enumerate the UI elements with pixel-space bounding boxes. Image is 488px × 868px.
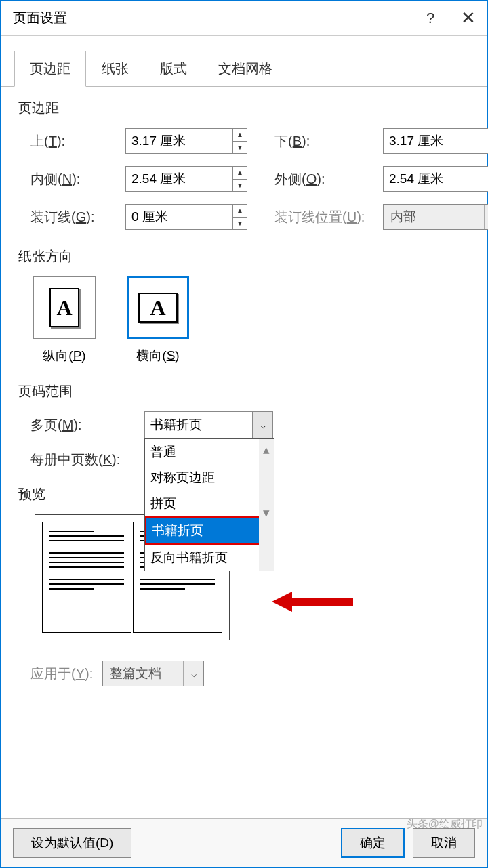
bottom-label: 下(B): (274, 132, 383, 150)
orientation-landscape[interactable]: A 横向(S) (127, 276, 189, 365)
gutterpos-value: 内部 (384, 208, 484, 226)
help-button[interactable]: ? (411, 9, 449, 27)
tab-grid[interactable]: 文档网格 (203, 51, 288, 87)
gutterpos-label: 装订线位置(U): (274, 208, 383, 226)
gutter-label: 装订线(G): (30, 208, 125, 226)
outside-label: 外侧(O): (274, 170, 383, 188)
orientation-portrait[interactable]: A 纵向(P) (33, 276, 96, 365)
multipage-label: 多页(M): (30, 416, 144, 434)
annotation-arrow-icon (272, 588, 353, 618)
bottom-spinner[interactable]: ▲▼ (383, 128, 488, 154)
landscape-label: 横向(S) (136, 347, 179, 365)
option-twoup[interactable]: 拼页 (145, 491, 274, 516)
top-label: 上(T): (30, 132, 125, 150)
applyto-select[interactable]: 整篇文档 ⌵ (102, 661, 204, 686)
multipage-combo[interactable]: 书籍折页 ⌵ 普通 对称页边距 拼页 书籍折页 反向书籍折页 ▴▾ (144, 411, 273, 438)
option-reverse-bookfold[interactable]: 反向书籍折页 (145, 545, 274, 571)
titlebar: 页面设置 ? ✕ (1, 1, 487, 36)
cancel-button[interactable]: 取消 (413, 828, 475, 858)
top-input[interactable] (126, 129, 232, 153)
page-setup-dialog: 页面设置 ? ✕ 页边距 纸张 版式 文档网格 页边距 上(T): ▲▼ 下(B… (0, 0, 488, 868)
svg-marker-0 (272, 592, 353, 612)
inside-label: 内侧(N): (30, 170, 125, 188)
tab-bar: 页边距 纸张 版式 文档网格 (1, 36, 487, 87)
gutter-spinner[interactable]: ▲▼ (125, 204, 247, 230)
button-bar: 设为默认值(D) 确定 取消 (1, 818, 487, 867)
tab-content: 页边距 上(T): ▲▼ 下(B): ▲▼ 内侧(N): ▲▼ 外侧(O): (1, 87, 487, 818)
chevron-down-icon[interactable]: ⌵ (252, 412, 272, 438)
outside-input[interactable] (384, 167, 488, 191)
apply-to-section: 应用于(Y): 整篇文档 ⌵ (30, 661, 470, 686)
spin-down-icon[interactable]: ▼ (233, 218, 247, 230)
scroll-up-icon[interactable]: ▴ (258, 442, 275, 505)
gutterpos-select: 内部 ⌵ (383, 204, 488, 230)
close-button[interactable]: ✕ (449, 7, 487, 28)
inside-spinner[interactable]: ▲▼ (125, 166, 247, 192)
ok-button[interactable]: 确定 (341, 828, 405, 858)
margins-section-title: 页边距 (18, 99, 470, 117)
pagerange-section-title: 页码范围 (18, 382, 470, 400)
sheets-label: 每册中页数(K): (30, 451, 144, 469)
set-default-button[interactable]: 设为默认值(D) (13, 828, 131, 858)
spin-up-icon[interactable]: ▲ (233, 129, 247, 142)
landscape-icon: A (138, 293, 178, 323)
top-spinner[interactable]: ▲▼ (125, 128, 247, 154)
multipage-dropdown: 普通 对称页边距 拼页 书籍折页 反向书籍折页 ▴▾ (144, 438, 274, 571)
outside-spinner[interactable]: ▲▼ (383, 166, 488, 192)
option-bookfold[interactable]: 书籍折页 (145, 516, 274, 545)
applyto-value: 整篇文档 (103, 665, 183, 682)
spin-up-icon[interactable]: ▲ (233, 205, 247, 218)
margins-grid: 上(T): ▲▼ 下(B): ▲▼ 内侧(N): ▲▼ 外侧(O): ▲▼ (30, 128, 470, 230)
tab-margins[interactable]: 页边距 (14, 51, 86, 87)
inside-input[interactable] (126, 167, 232, 191)
dialog-title: 页面设置 (13, 9, 411, 27)
chevron-down-icon: ⌵ (484, 205, 488, 229)
spin-up-icon[interactable]: ▲ (233, 167, 247, 180)
option-normal[interactable]: 普通 (145, 439, 274, 465)
chevron-down-icon[interactable]: ⌵ (183, 661, 203, 686)
gutter-input[interactable] (126, 205, 232, 229)
spin-down-icon[interactable]: ▼ (233, 180, 247, 192)
portrait-label: 纵向(P) (43, 347, 85, 365)
tab-layout[interactable]: 版式 (144, 51, 203, 87)
option-mirror[interactable]: 对称页边距 (145, 465, 274, 491)
portrait-icon: A (49, 288, 79, 327)
dropdown-scrollbar[interactable]: ▴▾ (259, 439, 274, 571)
preview-page-left (42, 522, 131, 633)
bottom-input[interactable] (384, 129, 488, 153)
orientation-section-title: 纸张方向 (18, 247, 470, 266)
multipage-value: 书籍折页 (145, 416, 252, 434)
applyto-label: 应用于(Y): (30, 665, 93, 683)
orientation-group: A 纵向(P) A 横向(S) (33, 276, 470, 365)
spin-down-icon[interactable]: ▼ (233, 142, 247, 154)
tab-paper[interactable]: 纸张 (86, 51, 144, 87)
pagerange-section: 多页(M): 书籍折页 ⌵ 普通 对称页边距 拼页 书籍折页 反向书籍折页 ▴▾… (30, 411, 470, 469)
scroll-down-icon[interactable]: ▾ (258, 505, 275, 568)
